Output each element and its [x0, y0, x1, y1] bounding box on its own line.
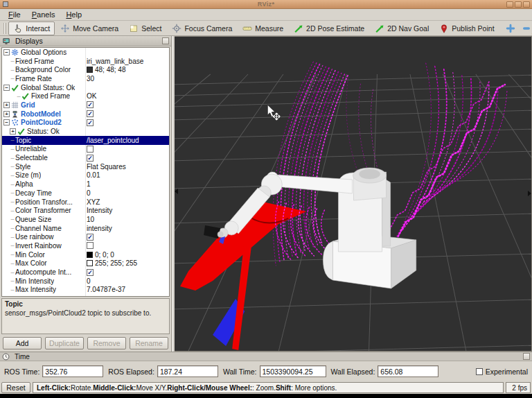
property-value[interactable]: iri_wam_link_base	[87, 58, 143, 65]
expand-toggle[interactable]: +	[3, 102, 10, 108]
tool-2d-pose-estimate[interactable]: 2D Pose Estimate	[289, 21, 369, 35]
property-value[interactable]: XYZ	[87, 198, 100, 206]
minimize-button[interactable]	[506, 1, 513, 8]
hint-text: : More options.	[291, 384, 337, 392]
tool-focus-camera[interactable]: Focus Camera	[167, 21, 237, 35]
time-panel-header[interactable]: Time	[0, 352, 532, 361]
property-value[interactable]: 0.01	[87, 171, 100, 179]
display-row-size-m[interactable]: –Size (m)0.01	[2, 171, 169, 180]
tool-publish-point[interactable]: Publish Point	[434, 21, 499, 35]
checkbox[interactable]: ✓	[87, 101, 94, 108]
menu-panels[interactable]: Panels	[26, 10, 61, 19]
tree-guide: –	[10, 67, 15, 73]
viewport-3d[interactable]	[175, 36, 532, 352]
checkbox[interactable]: ✓	[87, 269, 94, 276]
toolbar: InteractMove CameraSelectFocus CameraMea…	[0, 21, 532, 36]
display-row-grid[interactable]: +Grid✓	[2, 101, 169, 110]
close-button[interactable]	[523, 1, 530, 8]
checkbox[interactable]: ✓	[87, 234, 94, 241]
property-value[interactable]: 0	[87, 189, 91, 197]
tool-measure[interactable]: Measure	[238, 21, 288, 35]
tool-2d-nav-goal[interactable]: 2D Nav Goal	[370, 21, 434, 35]
collapse-toggle[interactable]: −	[3, 49, 10, 55]
property-value[interactable]: 7.04787e-37	[87, 286, 125, 293]
remove-tool-button[interactable]: ▾	[522, 22, 532, 35]
tool-interact[interactable]: Interact	[8, 21, 55, 35]
display-row-invert-rainbow[interactable]: –Invert Rainbow	[2, 241, 169, 250]
display-row-global-status-ok[interactable]: −Global Status: Ok	[2, 83, 169, 92]
checkbox[interactable]: ✓	[87, 119, 94, 126]
property-value[interactable]: 255; 255; 255	[87, 259, 137, 267]
toolbar-handle[interactable]	[3, 23, 6, 34]
menu-file[interactable]: File	[3, 10, 26, 19]
experimental-checkbox[interactable]	[476, 368, 483, 375]
property-value[interactable]: 0; 0; 0	[87, 251, 114, 259]
add-tool-button[interactable]	[506, 22, 516, 35]
display-row-max-intensity[interactable]: –Max Intensity7.04787e-37	[2, 286, 169, 295]
display-row-background-color[interactable]: –Background Color48; 48; 48	[2, 65, 169, 74]
property-value[interactable]: 1	[87, 180, 91, 188]
title-bar[interactable]: RViz*	[0, 0, 532, 9]
display-row-position-transfor[interactable]: –Position Transfor...XYZ	[2, 198, 169, 207]
expand-toggle[interactable]: +	[10, 128, 16, 135]
collapse-toggle[interactable]: −	[3, 119, 10, 126]
checkbox[interactable]	[87, 242, 94, 249]
checkbox[interactable]	[87, 146, 94, 153]
reset-button[interactable]: Reset	[1, 382, 30, 393]
checkbox[interactable]: ✓	[87, 110, 94, 117]
property-value[interactable]: 0	[87, 277, 91, 285]
property-value[interactable]: 48; 48; 48	[87, 66, 125, 73]
display-row-autocompute-int[interactable]: –Autocompute Int...✓	[2, 268, 169, 277]
property-value[interactable]: OK	[87, 92, 96, 100]
menu-help[interactable]: Help	[60, 10, 87, 19]
display-row-use-rainbow[interactable]: –Use rainbow✓	[2, 232, 169, 241]
displays-panel-header[interactable]: Displays	[0, 36, 171, 46]
display-row-selectable[interactable]: –Selectable✓	[2, 153, 169, 162]
property-value[interactable]: 30	[87, 75, 94, 83]
panel-undock-button[interactable]	[162, 37, 169, 44]
time-panel-undock-button[interactable]	[523, 353, 530, 360]
display-row-channel-name[interactable]: –Channel Nameintensity	[2, 224, 169, 233]
display-row-color-transformer[interactable]: –Color TransformerIntensity	[2, 206, 169, 215]
property-label: Color Transformer	[15, 207, 71, 214]
property-value[interactable]: /laser_pointcloud	[87, 137, 139, 144]
tool-select[interactable]: Select	[124, 21, 166, 35]
display-row-frame-rate[interactable]: –Frame Rate30	[2, 74, 169, 83]
display-row-decay-time[interactable]: –Decay Time0	[2, 189, 169, 198]
display-row-min-color[interactable]: –Min Color0; 0; 0	[2, 250, 169, 259]
display-row-fixed-frame[interactable]: –Fixed Frameiri_wam_link_base	[2, 57, 169, 66]
property-value[interactable]: Intensity	[87, 207, 112, 214]
field-input[interactable]: 352.76	[42, 365, 103, 377]
display-row-fixed-frame[interactable]: –Fixed FrameOK	[2, 92, 169, 101]
clock-icon	[2, 353, 10, 361]
field-input[interactable]: 1503390094.25	[260, 365, 326, 377]
display-row-topic[interactable]: –Topic/laser_pointcloud	[2, 136, 169, 145]
maximize-button[interactable]	[515, 1, 522, 8]
display-row-robotmodel[interactable]: +RobotModel✓	[2, 110, 169, 119]
field-input[interactable]: 656.08	[378, 365, 438, 377]
display-row-global-options[interactable]: −Global Options	[2, 48, 169, 57]
display-row-max-color[interactable]: –Max Color255; 255; 255	[2, 259, 169, 268]
check-icon	[11, 84, 19, 92]
tool-move-camera[interactable]: Move Camera	[55, 21, 123, 35]
property-label: Max Color	[15, 259, 47, 267]
display-row-style[interactable]: –StyleFlat Squares	[2, 162, 169, 171]
display-row-alpha[interactable]: –Alpha1	[2, 180, 169, 189]
display-row-status-ok[interactable]: +Status: Ok	[2, 127, 169, 136]
tree-guide: –	[10, 58, 15, 64]
tree-guide: –	[10, 234, 15, 241]
display-row-queue-size[interactable]: –Queue Size10	[2, 215, 169, 224]
hint-key: Left-Click:	[37, 384, 71, 392]
checkbox[interactable]: ✓	[87, 155, 94, 162]
tree-guide: –	[10, 189, 15, 196]
expand-toggle[interactable]: +	[3, 111, 10, 117]
display-row-unreliable[interactable]: –Unreliable	[2, 145, 169, 154]
field-input[interactable]: 187.24	[157, 365, 218, 377]
property-value[interactable]: 10	[87, 216, 94, 223]
add-button[interactable]: Add	[3, 337, 42, 349]
property-value[interactable]: Flat Squares	[87, 163, 126, 171]
collapse-toggle[interactable]: −	[3, 85, 10, 91]
property-value[interactable]: intensity	[87, 225, 112, 232]
display-row-pointcloud2[interactable]: −PointCloud2✓	[2, 119, 169, 128]
display-row-min-intensity[interactable]: –Min Intensity0	[2, 277, 169, 286]
